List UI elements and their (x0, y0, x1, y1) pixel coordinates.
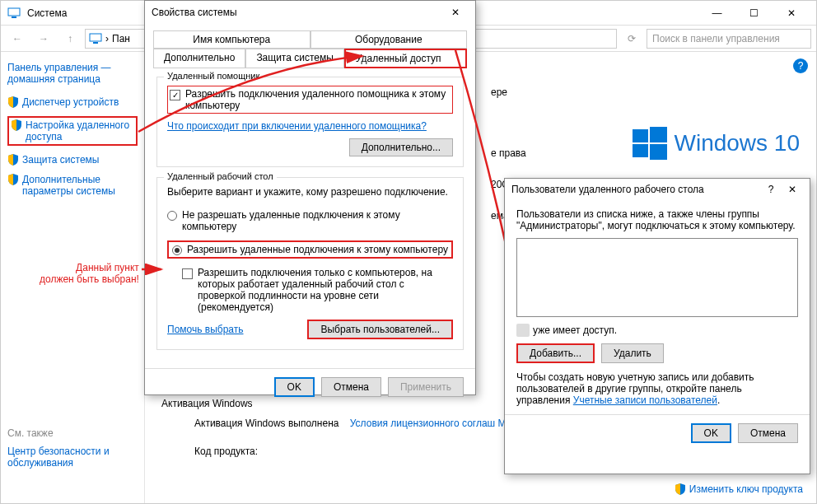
dialog-buttons: OK Отмена Применить (145, 368, 475, 405)
rd-deny-radio[interactable]: Не разрешать удаленные подключения к это… (167, 209, 453, 232)
system-properties-dialog: Свойства системы ✕ Имя компьютера Оборуд… (144, 0, 476, 395)
rd-users-dialog: Пользователи удаленного рабочего стола ?… (504, 178, 810, 474)
rd-help-link[interactable]: Помочь выбрать (167, 324, 244, 335)
windows-icon (633, 126, 667, 161)
refresh-button[interactable]: ⟳ (620, 27, 643, 50)
rdusers-body: Пользователи из списка ниже, а также чле… (505, 200, 810, 414)
radio-icon[interactable] (172, 245, 182, 255)
shield-icon (7, 96, 19, 108)
computer-icon (7, 7, 21, 20)
activation-status: Активация Windows выполнена (194, 418, 338, 429)
change-key-link[interactable]: Изменить ключ продукта (675, 483, 803, 495)
svg-rect-7 (650, 144, 667, 160)
shield-icon (7, 174, 19, 185)
windows10-logo: Windows 10 (633, 126, 800, 161)
rdusers-titlebar: Пользователи удаленного рабочего стола ?… (505, 179, 810, 200)
add-button[interactable]: Добавить... (516, 343, 595, 363)
breadcrumb-text: Пан (112, 33, 130, 44)
ok-button[interactable]: OK (274, 377, 315, 397)
checkbox-icon[interactable] (170, 90, 180, 100)
tab-content: Удаленный помощник Разрешить подключения… (145, 68, 475, 368)
close-button[interactable]: ✕ (773, 2, 810, 25)
dialog-close-button[interactable]: ✕ (442, 2, 469, 22)
svg-rect-3 (93, 42, 98, 44)
tab-remote[interactable]: Удаленный доступ (344, 49, 467, 68)
rdusers-note: Чтобы создать новую учетную запись или д… (516, 371, 798, 406)
users-listbox[interactable] (516, 238, 798, 317)
rd-nla-checkbox[interactable]: Разрешить подключения только с компьютер… (182, 267, 453, 313)
computer-icon (89, 32, 102, 45)
tab-hardware[interactable]: Оборудование (310, 30, 468, 49)
product-code-label: Код продукта: (194, 446, 258, 457)
sidebar-remote-settings[interactable]: Настройка удаленного доступа (7, 116, 138, 146)
sidebar-home[interactable]: Панель управления — домашняя страница (7, 62, 138, 85)
svg-rect-5 (650, 127, 667, 142)
tabs: Имя компьютера Оборудование Дополнительн… (145, 24, 475, 68)
rdusers-buttons: OK Отмена (505, 414, 810, 451)
shield-icon (7, 154, 19, 166)
tab-computer-name[interactable]: Имя компьютера (153, 30, 310, 49)
ra-help-link[interactable]: Что происходит при включении удаленного … (167, 120, 427, 132)
radio-icon[interactable] (167, 211, 177, 221)
remote-fragment: ере (491, 86, 800, 98)
minimize-button[interactable]: — (698, 2, 735, 25)
remote-desktop-group: Удаленный рабочий стол Выберите вариант … (156, 177, 464, 350)
sidebar-protection[interactable]: Защита системы (7, 154, 138, 166)
tab-protection[interactable]: Защита системы (245, 49, 343, 68)
see-also-label: См. также (7, 427, 138, 439)
rdusers-ok-button[interactable]: OK (691, 423, 731, 443)
rd-legend: Удаленный рабочий стол (164, 171, 277, 181)
select-users-button[interactable]: Выбрать пользователей... (307, 320, 453, 339)
user-icon (516, 324, 530, 337)
forward-button[interactable]: → (32, 27, 55, 50)
annotation-text: Данный пункт должен быть выбран! (40, 262, 139, 285)
rdusers-title: Пользователи удаленного рабочего стола (511, 184, 760, 195)
window-controls: — ☐ ✕ (698, 2, 810, 25)
remove-button[interactable]: Удалить (601, 343, 664, 363)
access-row: уже имеет доступ. (516, 324, 798, 337)
ra-allow-checkbox-row[interactable]: Разрешить подключения удаленного помощни… (167, 86, 453, 114)
maximize-button[interactable]: ☐ (735, 2, 773, 25)
rdusers-close-button[interactable]: ✕ (782, 180, 803, 198)
remote-assistance-group: Удаленный помощник Разрешить подключения… (156, 77, 464, 167)
apply-button[interactable]: Применить (388, 377, 464, 397)
sidebar-device-manager[interactable]: Диспетчер устройств (7, 96, 138, 108)
tab-advanced[interactable]: Дополнительно (153, 49, 245, 68)
dialog-titlebar: Свойства системы ✕ (145, 1, 475, 24)
cancel-button[interactable]: Отмена (321, 377, 381, 397)
ra-advanced-button[interactable]: Дополнительно... (349, 138, 453, 156)
help-button[interactable]: ? (760, 180, 782, 198)
rd-allow-radio[interactable]: Разрешить удаленные подключения к этому … (167, 240, 453, 259)
svg-rect-4 (633, 129, 648, 142)
svg-rect-1 (12, 16, 16, 18)
sidebar-security-center[interactable]: Центр безопасности и обслуживания (7, 446, 138, 469)
shield-icon (675, 483, 686, 495)
svg-rect-6 (633, 144, 648, 157)
rdusers-cancel-button[interactable]: Отмена (738, 423, 798, 443)
rdusers-description: Пользователи из списка ниже, а также чле… (516, 208, 798, 231)
svg-rect-2 (90, 34, 101, 41)
ra-legend: Удаленный помощник (164, 71, 263, 81)
shield-icon (11, 119, 22, 131)
checkbox-icon[interactable] (182, 268, 193, 279)
dialog-title: Свойства системы (152, 7, 442, 18)
rd-instruction: Выберите вариант и укажите, кому разреше… (167, 186, 453, 198)
back-button[interactable]: ← (6, 27, 29, 50)
up-button[interactable]: ↑ (58, 27, 82, 50)
sidebar-advanced[interactable]: Дополнительные параметры системы (7, 174, 138, 197)
user-accounts-link[interactable]: Учетные записи пользователей (573, 394, 717, 406)
search-input[interactable]: Поиск в панели управления (647, 29, 811, 49)
svg-rect-0 (8, 8, 20, 16)
